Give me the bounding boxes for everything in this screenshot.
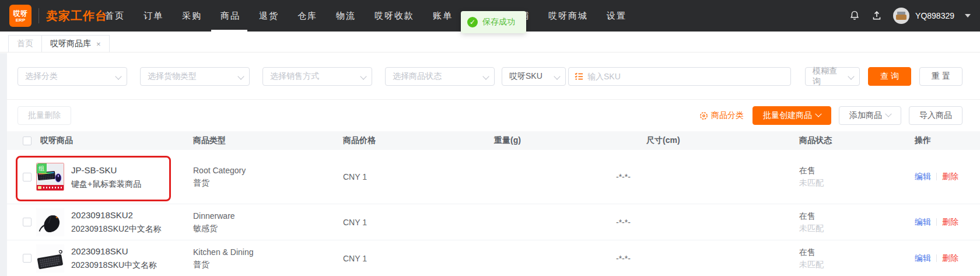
nav-item-mall[interactable]: 哎呀商城: [548, 0, 588, 32]
header-status: 商品状态: [799, 135, 915, 146]
nav-item-payment[interactable]: 哎呀收款: [374, 0, 414, 32]
product-name: 键盘+鼠标套装商品: [71, 178, 141, 190]
user-avatar[interactable]: [893, 8, 909, 24]
product-category-link[interactable]: 商品分类: [699, 110, 744, 121]
edit-link[interactable]: 编辑: [915, 172, 931, 181]
sku-type-select[interactable]: 哎呀SKU: [502, 67, 566, 86]
nav-item-logistics[interactable]: 物流: [336, 0, 356, 32]
main-content: 选择分类 选择货物类型 选择销售方式 选择商品状态 哎呀SKU: [7, 53, 980, 276]
delete-link[interactable]: 删除: [942, 253, 958, 263]
row-checkbox[interactable]: [23, 254, 32, 263]
product-status-select[interactable]: 选择商品状态: [385, 67, 495, 86]
user-menu-caret-icon[interactable]: [965, 14, 971, 18]
product-category: Root Category: [193, 165, 343, 177]
nav-item-warehouse[interactable]: 仓库: [298, 0, 317, 32]
product-category: Kitchen & Dining: [193, 246, 343, 258]
sale-status: 在售: [799, 210, 915, 222]
bundle-badge: 组: [37, 163, 47, 173]
product-sku: 20230918SKU2: [71, 209, 162, 221]
chevron-down-icon: [237, 73, 244, 79]
sale-status: 在售: [799, 165, 915, 177]
cargo-type-select[interactable]: 选择货物类型: [140, 67, 250, 86]
header-weight: 重量(g): [494, 135, 646, 146]
batch-delete-button[interactable]: 批量删除: [18, 106, 71, 125]
header-price: 商品价格: [343, 135, 494, 146]
toast-message: 保存成功: [482, 17, 515, 27]
add-product-button[interactable]: 添加商品: [839, 106, 901, 125]
edit-link[interactable]: 编辑: [915, 217, 931, 226]
success-check-icon: ✓: [467, 17, 478, 27]
import-product-button[interactable]: 导入商品: [909, 106, 963, 125]
batch-input-icon[interactable]: [575, 72, 583, 81]
product-name: 20230918SKU2中文名称: [71, 223, 162, 235]
sale-status: 在售: [799, 246, 915, 258]
product-price: CNY 1: [343, 218, 494, 227]
search-button[interactable]: 查 询: [868, 67, 911, 86]
product-price: CNY 1: [343, 172, 494, 181]
upload-icon[interactable]: [871, 10, 883, 22]
delete-link[interactable]: 删除: [942, 172, 958, 181]
product-image: [36, 244, 64, 272]
cargo-type: 敏感货: [193, 222, 343, 235]
sale-mode-select[interactable]: 选择销售方式: [262, 67, 372, 86]
row-checkbox[interactable]: [23, 218, 32, 226]
delete-link[interactable]: 删除: [942, 217, 958, 226]
product-size: -*-*-: [616, 218, 631, 227]
action-divider: [936, 254, 937, 262]
app-logo[interactable]: 哎呀 ERP: [9, 5, 32, 27]
batch-create-button[interactable]: 批量创建商品: [752, 106, 831, 125]
chevron-down-icon: [848, 73, 854, 79]
match-mode-select[interactable]: 模糊查询: [805, 67, 860, 86]
sku-input-group: [568, 67, 791, 86]
chevron-down-icon: [885, 111, 891, 117]
product-image: [36, 208, 64, 236]
page-tabbar: 首页 哎呀商品库 ×: [0, 32, 980, 53]
category-select[interactable]: 选择分类: [18, 67, 127, 86]
chevron-down-icon: [554, 73, 560, 79]
category-gear-icon: [699, 111, 708, 120]
navbar-right: YQ898329: [849, 0, 971, 32]
nav-item-products[interactable]: 商品: [220, 0, 240, 32]
action-divider: [936, 218, 937, 226]
divider: [38, 8, 39, 23]
logo-text: 哎呀: [13, 9, 27, 18]
product-sku: JP-SB-SKU: [71, 164, 141, 176]
product-size: -*-*-: [616, 254, 631, 263]
chevron-down-icon: [482, 73, 489, 79]
tab-label: 首页: [17, 39, 33, 49]
product-size: -*-*-: [616, 172, 631, 181]
nav-item-settings[interactable]: 设置: [607, 0, 626, 32]
header-product: 哎呀商品: [36, 135, 193, 146]
left-gutter: [0, 53, 7, 276]
table-row: 组: [7, 150, 980, 204]
promo-banner: [37, 185, 64, 190]
main-nav: 首页 订单 采购 商品 退货 仓库 物流 哎呀收款 账单 店铺 哎呀商城 设置: [105, 0, 626, 32]
product-sku: 20230918SKU: [71, 245, 157, 257]
reset-button[interactable]: 重 置: [919, 67, 963, 86]
filter-bar: 选择分类 选择货物类型 选择销售方式 选择商品状态 哎呀SKU: [7, 53, 980, 100]
row-checkbox[interactable]: [23, 173, 32, 181]
chevron-down-icon: [360, 73, 366, 79]
cargo-type: 普货: [193, 258, 343, 271]
tab-home[interactable]: 首页: [8, 35, 42, 52]
workspace-title: 卖家工作台: [46, 8, 107, 24]
sku-input[interactable]: [587, 72, 785, 81]
nav-item-bills[interactable]: 账单: [433, 0, 453, 32]
tab-product-library[interactable]: 哎呀商品库 ×: [41, 35, 110, 52]
nav-item-returns[interactable]: 退货: [259, 0, 279, 32]
nav-item-orders[interactable]: 订单: [144, 0, 163, 32]
edit-link[interactable]: 编辑: [915, 253, 931, 263]
success-toast: ✓ 保存成功: [461, 11, 526, 33]
nav-item-home[interactable]: 首页: [105, 0, 125, 32]
logo-subtext: ERP: [16, 18, 25, 23]
chevron-down-icon: [115, 73, 121, 79]
product-name: 20230918SKU中文名称: [71, 259, 157, 271]
tab-label: 哎呀商品库: [50, 39, 91, 49]
match-status: 未匹配: [799, 222, 915, 235]
product-image: 组: [36, 163, 64, 191]
notification-bell-icon[interactable]: [849, 10, 860, 22]
chevron-down-icon: [815, 111, 821, 117]
nav-item-purchase[interactable]: 采购: [182, 0, 202, 32]
tab-close-icon[interactable]: ×: [96, 40, 101, 48]
select-all-checkbox[interactable]: [23, 137, 32, 145]
